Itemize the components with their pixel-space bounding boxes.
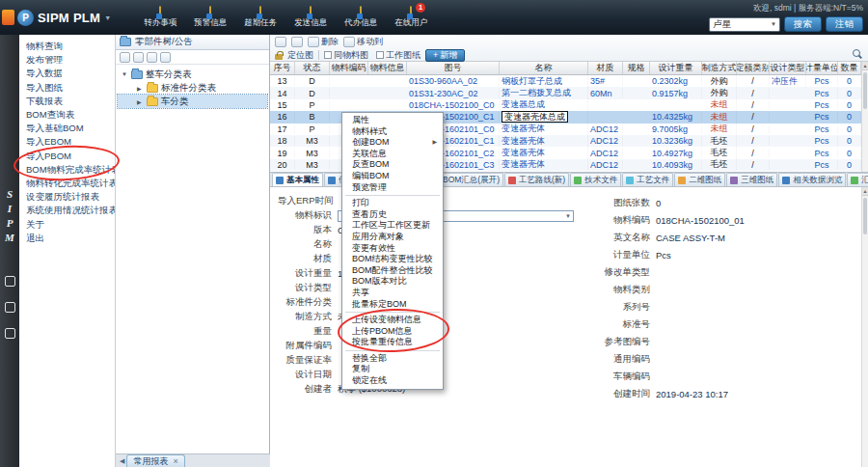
topbar-tool[interactable]: 代办信息 [339,7,383,29]
twisty-expanded-icon[interactable]: ▼ [122,71,128,77]
sidebar-item[interactable]: 关于 [19,218,115,232]
scope-select[interactable]: 卢星 ▼ [709,17,780,32]
context-menu-item[interactable]: 上传PBOM信息 [342,326,443,338]
toolbar-button[interactable]: 移动到 [343,36,383,48]
table-cell[interactable]: 外购 [702,75,737,88]
scrollbar-thumb[interactable] [863,198,867,234]
detail-tab[interactable]: 基本属性 [272,173,323,186]
table-cell[interactable]: Pcs [806,160,838,170]
table-cell[interactable]: 变速器壳体总成 [500,111,588,123]
table-cell[interactable]: Pcs [806,112,838,122]
context-menu-item[interactable]: BOM配件整合性比较 [342,265,443,277]
table-cell[interactable]: 0 [838,76,861,86]
table-row[interactable]: 15P018CHA-1502100_C0变速器总成未组/Pcs0 [270,99,861,111]
table-cell[interactable]: Pcs [806,89,838,98]
table-cell[interactable]: 18 [270,136,295,146]
table-cell[interactable]: 20 [270,160,295,170]
scroll-up-icon[interactable]: ▲ [862,187,868,196]
column-header[interactable]: 设计重量 [650,62,702,74]
sidebar-item[interactable]: 导入图纸 [19,81,115,95]
grid-icon[interactable] [5,328,15,339]
table-cell[interactable]: Pcs [806,136,838,146]
table-cell[interactable]: 毛坯 [702,135,737,148]
table-cell[interactable]: 外购 [702,87,737,99]
detail-tab[interactable]: 工艺文件 [622,173,673,186]
table-cell[interactable]: / [737,76,770,86]
nav-left-icon[interactable]: ◀ [120,457,124,465]
table-cell[interactable]: 13 [270,76,295,86]
table-row[interactable]: 13D01S30-960AA_02钢板灯罩子总成35#0.2302kg外购/冲压… [270,75,861,87]
table-cell[interactable]: / [737,112,770,122]
search-icon[interactable] [853,49,860,57]
table-cell[interactable]: 14 [270,89,295,98]
table-row[interactable]: 14D01S31-230AC_02第一二档拨叉总成60Mn0.9157kg外购/… [270,87,861,98]
table-cell[interactable]: 0.9157kg [650,89,702,98]
table-cell[interactable]: 10.3236kg [650,136,702,146]
context-menu-item[interactable] [345,195,440,196]
table-cell[interactable]: 10.4093kg [650,160,702,170]
table-cell[interactable]: 60Mn [588,89,623,98]
locate-label[interactable]: 定位图 [287,49,313,62]
report-tab[interactable]: 常用报表 × [126,454,184,467]
table-cell[interactable]: 9.7005kg [650,124,702,134]
table-cell[interactable]: 变速器壳体 [500,123,588,135]
table-cell[interactable]: Pcs [806,100,838,110]
table-cell[interactable]: / [737,89,770,98]
scrollbar-thumb[interactable] [863,72,867,109]
form-scrollbar[interactable]: ▲ [861,187,868,467]
add-new-button[interactable]: + 新增 [425,49,465,62]
context-menu-item[interactable]: 复制 [342,364,443,375]
table-cell[interactable]: / [737,100,770,110]
table-cell[interactable]: 0 [838,100,861,110]
context-menu-item[interactable]: 应用分离对象 [342,232,443,243]
table-cell[interactable]: D [295,89,330,98]
context-menu-item[interactable]: BOM版本对比 [342,276,443,288]
chat-icon[interactable] [5,276,15,287]
topbar-tool[interactable]: 超期任务 [238,7,283,29]
table-cell[interactable]: P [295,100,330,110]
toolbar-button[interactable]: 删除 [308,36,339,48]
column-header[interactable]: 名称 [500,62,588,74]
table-cell[interactable]: 0 [838,124,861,134]
tree-node[interactable]: ▶ 车分类 [118,95,267,108]
table-cell[interactable]: / [737,149,770,158]
table-cell[interactable]: 钢板灯罩子总成 [500,75,588,88]
context-menu-item[interactable]: 上传设变物料信息 [342,315,443,326]
table-cell[interactable]: D [295,76,330,86]
table-cell[interactable]: M3 [295,160,330,170]
table-cell[interactable]: 0 [838,112,861,122]
column-header[interactable]: 设计类型 [770,62,806,74]
context-menu-item[interactable]: 共享 [342,288,443,299]
table-cell[interactable]: 0 [838,160,861,170]
column-header[interactable]: 状态 [295,62,330,74]
context-menu-item[interactable]: BOM结构变更性比较 [342,254,443,265]
context-menu-item[interactable]: 预览管理 [342,182,443,194]
table-cell[interactable]: 0.2302kg [650,76,702,86]
context-menu-item[interactable]: 批量标定BOM [342,299,443,311]
scroll-up-icon[interactable]: ▲ [862,62,868,70]
context-menu-item[interactable]: 创建BOM ▶ [342,137,443,149]
table-cell[interactable]: / [737,160,770,170]
tree-node-root[interactable]: ▼ 整车分类表 [118,68,267,81]
table-cell[interactable]: 变速器壳体 [500,135,588,148]
topbar-tool[interactable]: 预警信息 [188,7,232,29]
checkbox-icon[interactable] [324,51,332,59]
table-cell[interactable]: Pcs [806,149,838,158]
context-menu-item[interactable]: 物料样式 [342,126,443,138]
column-header[interactable]: 序号 [270,62,295,74]
column-header[interactable]: 材质 [588,62,623,74]
table-cell[interactable]: 35# [588,76,623,86]
table-cell[interactable]: 第一二档拨叉总成 [500,87,588,99]
context-menu-item[interactable]: 替换全部 [342,353,443,365]
context-menu-item[interactable]: 工作区与工作区更新 [342,220,443,232]
context-menu-item[interactable]: 打印 [342,198,443,209]
table-cell[interactable]: ADC12 [588,160,623,170]
table-cell[interactable]: P [295,124,330,134]
chevron-down-icon[interactable]: ▼ [104,14,111,21]
toolbar-checkbox[interactable]: 同物料图 [324,49,368,62]
new-folder-icon[interactable] [133,52,144,63]
context-menu-item[interactable]: 关联信息 [342,149,443,160]
table-cell[interactable]: 未组 [702,111,737,124]
context-menu-item[interactable] [345,350,440,351]
sidebar-item[interactable]: 下载报表 [19,95,115,108]
